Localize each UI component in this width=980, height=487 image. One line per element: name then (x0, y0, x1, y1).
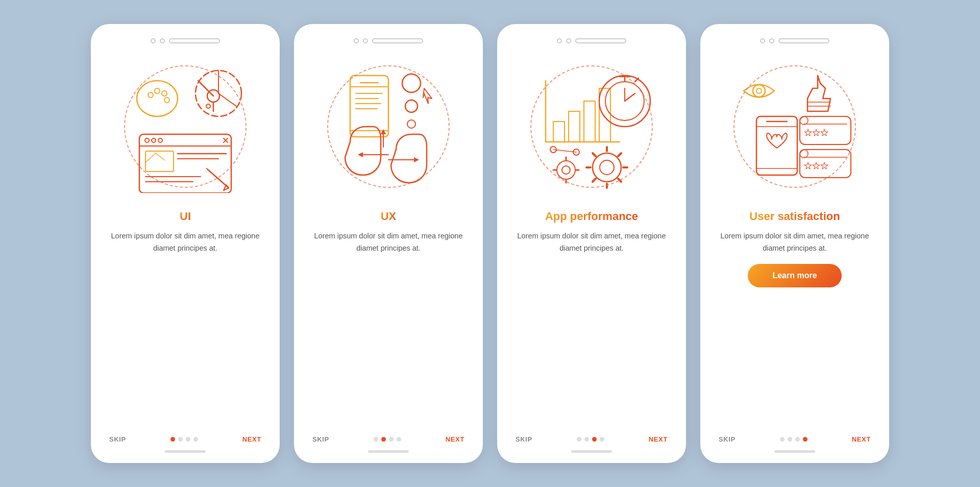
ui-dot-3[interactable] (186, 437, 190, 442)
ux-skip-btn[interactable]: SKIP (312, 435, 329, 443)
top-line (169, 38, 220, 43)
perf-bottom-bar (571, 450, 612, 453)
ui-illustration (111, 53, 259, 201)
ux-dots (374, 437, 401, 442)
sat-illustration: ★★★ ★★★ (721, 53, 869, 201)
dashed-circle (733, 65, 856, 188)
ux-illustration (314, 53, 462, 201)
sat-skip-btn[interactable]: SKIP (719, 435, 736, 443)
sat-title: User satisfaction (749, 210, 840, 223)
top-dot-1 (557, 38, 562, 43)
top-dot-1 (760, 38, 765, 43)
ui-dot-4[interactable] (193, 437, 198, 442)
phone-top-ux (354, 38, 423, 43)
ui-dots (170, 437, 198, 442)
ui-nav: SKIP NEXT (105, 435, 265, 443)
sat-dot-2[interactable] (788, 437, 792, 442)
sat-next-btn[interactable]: NEXT (852, 435, 871, 443)
ui-bottom-bar (165, 450, 206, 453)
perf-title: App performance (545, 210, 638, 223)
ui-next-btn[interactable]: NEXT (242, 435, 261, 443)
top-dot-1 (151, 38, 156, 43)
top-dot-2 (363, 38, 368, 43)
perf-dot-1[interactable] (577, 437, 581, 442)
ux-dot-4[interactable] (397, 437, 401, 442)
perf-skip-btn[interactable]: SKIP (516, 435, 532, 443)
sat-dot-4[interactable] (803, 437, 807, 442)
sat-nav: SKIP NEXT (715, 435, 875, 443)
perf-dots (577, 437, 604, 442)
phone-top-sat (760, 38, 829, 43)
dashed-circle (530, 65, 653, 188)
sat-dot-1[interactable] (780, 437, 785, 442)
dashed-circle (327, 65, 450, 188)
svg-marker-27 (224, 185, 229, 190)
sat-desc: Lorem ipsum dolor sit dim amet, mea regi… (715, 230, 875, 255)
ux-bottom-bar (368, 450, 409, 453)
perf-desc: Lorem ipsum dolor sit dim amet, mea regi… (511, 230, 672, 255)
top-dot-2 (566, 38, 571, 43)
ux-desc: Lorem ipsum dolor sit dim amet, mea regi… (308, 230, 469, 255)
app-performance-card: App performance Lorem ipsum dolor sit di… (497, 24, 686, 463)
cards-container: UI Lorem ipsum dolor sit dim amet, mea r… (91, 24, 889, 463)
learn-more-button[interactable]: Learn more (748, 264, 841, 287)
user-satisfaction-card: ★★★ ★★★ User satisfaction Lorem ipsum do… (700, 24, 889, 463)
ux-dot-3[interactable] (389, 437, 394, 442)
perf-dot-4[interactable] (600, 437, 604, 442)
ux-dot-1[interactable] (374, 437, 378, 442)
ux-dot-2[interactable] (381, 437, 386, 442)
perf-illustration (518, 53, 666, 201)
top-dot-2 (160, 38, 165, 43)
phone-top-ui (151, 38, 220, 43)
top-line (575, 38, 626, 43)
ux-title: UX (381, 210, 397, 223)
sat-bottom-bar (774, 450, 815, 453)
perf-nav: SKIP NEXT (511, 435, 672, 443)
ui-skip-btn[interactable]: SKIP (109, 435, 126, 443)
ui-dot-2[interactable] (178, 437, 183, 442)
sat-dots (780, 437, 807, 442)
ux-card: UX Lorem ipsum dolor sit dim amet, mea r… (294, 24, 483, 463)
phone-top-perf (557, 38, 626, 43)
top-dot-1 (354, 38, 359, 43)
perf-dot-3[interactable] (592, 437, 597, 442)
sat-dot-3[interactable] (795, 437, 800, 442)
perf-next-btn[interactable]: NEXT (649, 435, 668, 443)
ui-card: UI Lorem ipsum dolor sit dim amet, mea r… (91, 24, 280, 463)
top-line (778, 38, 829, 43)
top-line (372, 38, 423, 43)
ui-desc: Lorem ipsum dolor sit dim amet, mea regi… (105, 230, 265, 255)
top-dot-2 (769, 38, 774, 43)
ux-nav: SKIP NEXT (308, 435, 469, 443)
ui-title: UI (180, 210, 191, 223)
ux-next-btn[interactable]: NEXT (446, 435, 464, 443)
ui-dot-1[interactable] (170, 437, 175, 442)
dashed-circle (124, 65, 247, 188)
perf-dot-2[interactable] (584, 437, 589, 442)
